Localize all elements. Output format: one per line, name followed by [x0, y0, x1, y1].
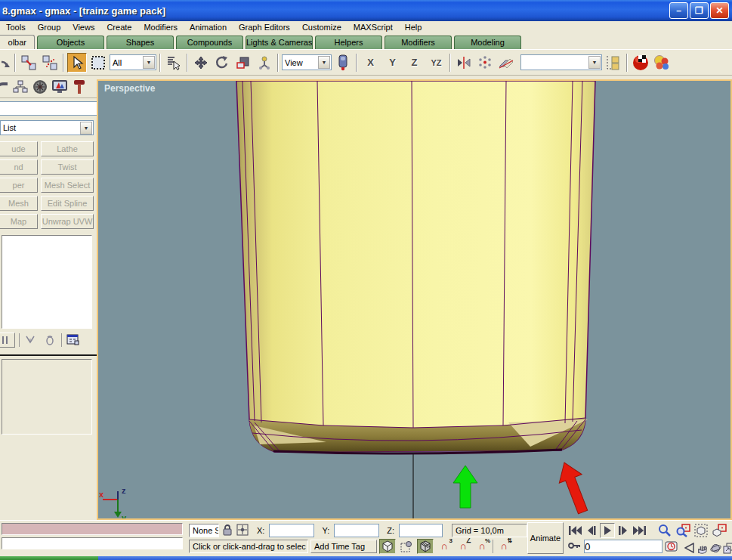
play-button[interactable] [600, 523, 615, 538]
bend-button[interactable]: nd [0, 159, 38, 175]
angle-snap-button[interactable]: ∩∠ [455, 539, 471, 554]
unwrap-uvw-button[interactable]: Unwrap UVW [41, 214, 94, 229]
array-button[interactable] [475, 53, 495, 73]
select-and-link-button[interactable] [19, 53, 39, 73]
go-to-start-button[interactable] [568, 523, 583, 538]
go-to-end-button[interactable] [632, 523, 647, 538]
pin-stack-button[interactable] [0, 333, 15, 348]
select-by-name-button[interactable] [164, 53, 184, 73]
lathe-button[interactable]: Lathe [41, 141, 94, 156]
dropdown-arrow-icon[interactable]: ▼ [80, 122, 92, 135]
menu-animation[interactable]: Animation [184, 21, 233, 34]
restrict-yz-plane-button[interactable]: YZ [426, 54, 446, 72]
snap-toggle-3d-button[interactable]: ∩3 [436, 539, 452, 554]
display-tab-icon[interactable] [51, 78, 68, 96]
x-coordinate-field[interactable] [269, 524, 314, 537]
absolute-transform-icon[interactable] [236, 523, 249, 538]
viewport-label[interactable]: Perspective [104, 83, 155, 94]
edit-named-selections-button[interactable] [604, 53, 623, 73]
edit-mesh-button[interactable]: Mesh [0, 196, 38, 211]
menu-modifiers[interactable]: Modifiers [137, 21, 184, 34]
viewport-canvas[interactable]: x z y [98, 81, 730, 518]
zoom-button[interactable] [656, 522, 673, 539]
show-end-result-button[interactable] [23, 333, 39, 348]
unlink-selection-button[interactable] [40, 53, 60, 73]
tab-modeling[interactable]: Modeling [454, 36, 521, 49]
tab-objects[interactable]: Objects [37, 36, 104, 49]
time-configuration-icon[interactable] [665, 540, 678, 553]
restrict-x-button[interactable]: X [360, 54, 381, 72]
select-object-button[interactable] [67, 53, 87, 73]
current-frame-field[interactable] [584, 540, 663, 553]
min-max-toggle-button[interactable] [722, 540, 732, 556]
align-button[interactable] [496, 53, 516, 73]
edit-spline-button[interactable]: Edit Spline [41, 196, 94, 211]
tab-lights-cameras[interactable]: Lights & Cameras [246, 36, 313, 49]
z-coordinate-field[interactable] [399, 524, 443, 537]
snaps-toggle-button[interactable] [379, 539, 396, 554]
redo-icon[interactable] [2, 53, 11, 73]
dropdown-arrow-icon[interactable]: ▼ [143, 56, 155, 69]
modify-tab-icon[interactable] [0, 78, 9, 96]
twist-button[interactable]: Twist [41, 159, 94, 175]
menu-group[interactable]: Group [32, 21, 67, 34]
dropdown-arrow-icon[interactable]: ▼ [318, 56, 330, 69]
tab-compounds[interactable]: Compounds [176, 36, 243, 49]
menu-maxscript[interactable]: MAXScript [347, 21, 399, 34]
extrude-button[interactable]: ude [0, 141, 38, 156]
perspective-viewport[interactable]: Perspective [97, 79, 732, 520]
restrict-z-button[interactable]: Z [404, 54, 425, 72]
menu-help[interactable]: Help [399, 21, 428, 34]
menu-customize[interactable]: Customize [296, 21, 347, 34]
mirror-button[interactable] [454, 53, 474, 73]
rectangular-selection-region-button[interactable] [88, 53, 108, 73]
next-frame-button[interactable] [616, 523, 631, 538]
previous-frame-button[interactable] [584, 523, 599, 538]
selection-lock-icon[interactable] [222, 524, 233, 537]
restore-button[interactable]: ❐ [690, 2, 709, 19]
menu-tools[interactable]: Tools [0, 21, 32, 34]
menu-create[interactable]: Create [100, 21, 137, 34]
snap-cube-button[interactable] [417, 539, 434, 554]
named-selection-sets-dropdown[interactable]: ▼ [520, 54, 602, 70]
y-coordinate-field[interactable] [334, 524, 379, 537]
dropdown-arrow-icon[interactable]: ▼ [588, 56, 601, 69]
utilities-tab-icon[interactable] [71, 78, 88, 96]
select-and-rotate-button[interactable] [212, 53, 232, 73]
field-of-view-button[interactable] [684, 540, 695, 556]
animate-button[interactable]: Animate [527, 522, 564, 554]
hierarchy-tab-icon[interactable] [12, 78, 29, 96]
modifier-stack-list[interactable] [2, 235, 92, 329]
object-mesh[interactable] [236, 81, 595, 453]
motion-tab-icon[interactable] [32, 78, 48, 96]
zoom-extents-button[interactable] [692, 522, 709, 539]
tab-modifiers[interactable]: Modifiers [385, 36, 452, 49]
select-and-manipulate-button[interactable] [255, 53, 274, 73]
reference-coordinate-system-dropdown[interactable]: View ▼ [282, 54, 332, 70]
tab-helpers[interactable]: Helpers [315, 36, 382, 49]
modifier-list-dropdown[interactable]: List ▼ [0, 120, 94, 135]
material-editor-button[interactable] [631, 53, 650, 73]
window-crossing-toggle-button[interactable] [398, 539, 415, 554]
close-button[interactable]: ✕ [710, 2, 729, 19]
key-mode-toggle-icon[interactable] [568, 541, 582, 552]
make-unique-button[interactable] [42, 333, 57, 348]
minimize-button[interactable]: – [669, 2, 688, 19]
taper-button[interactable]: per [0, 178, 38, 193]
configure-modifier-sets-button[interactable] [66, 333, 81, 348]
restrict-y-button[interactable]: Y [382, 54, 403, 72]
percent-snap-button[interactable]: ∩% [474, 539, 490, 554]
zoom-all-button[interactable] [674, 522, 691, 539]
mesh-select-button[interactable]: Mesh Select [41, 178, 94, 193]
spinner-snap-button[interactable]: ∩⇅ [496, 539, 512, 554]
tab-shapes[interactable]: Shapes [107, 36, 174, 49]
tab-main-toolbar[interactable]: olbar [0, 35, 35, 49]
maxscript-listener-line[interactable] [2, 537, 183, 549]
select-and-move-button[interactable] [191, 53, 211, 73]
add-time-tag-button[interactable]: Add Time Tag [310, 540, 377, 553]
maxscript-mini-listener[interactable] [2, 523, 183, 535]
menu-graph-editors[interactable]: Graph Editors [233, 21, 296, 34]
select-and-scale-button[interactable] [233, 53, 253, 73]
menu-views[interactable]: Views [66, 21, 100, 34]
selection-filter-dropdown[interactable]: All ▼ [110, 54, 156, 70]
